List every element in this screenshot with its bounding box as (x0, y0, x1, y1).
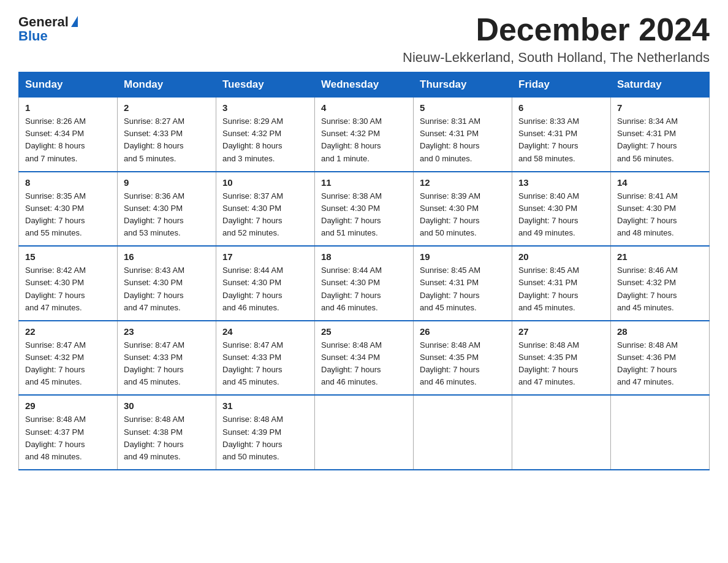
day-number: 9 (124, 177, 211, 188)
day-info: Sunrise: 8:39 AMSunset: 4:30 PMDaylight:… (420, 190, 507, 240)
calendar-week-row: 8Sunrise: 8:35 AMSunset: 4:30 PMDaylight… (19, 172, 710, 247)
calendar-day-cell: 18Sunrise: 8:44 AMSunset: 4:30 PMDayligh… (315, 246, 414, 321)
day-info: Sunrise: 8:48 AMSunset: 4:37 PMDaylight:… (25, 413, 112, 463)
col-header-tuesday: Tuesday (216, 72, 315, 98)
calendar-day-cell: 5Sunrise: 8:31 AMSunset: 4:31 PMDaylight… (414, 98, 512, 172)
calendar-day-cell (414, 395, 512, 470)
calendar-day-cell: 13Sunrise: 8:40 AMSunset: 4:30 PMDayligh… (512, 172, 611, 247)
day-info: Sunrise: 8:46 AMSunset: 4:32 PMDaylight:… (617, 264, 704, 314)
day-number: 30 (124, 400, 211, 411)
calendar-day-cell: 27Sunrise: 8:48 AMSunset: 4:35 PMDayligh… (512, 321, 611, 396)
calendar-day-cell (512, 395, 611, 470)
day-number: 25 (321, 326, 408, 337)
calendar-day-cell: 1Sunrise: 8:26 AMSunset: 4:34 PMDaylight… (19, 98, 118, 172)
calendar-table: SundayMondayTuesdayWednesdayThursdayFrid… (18, 72, 710, 470)
calendar-week-row: 22Sunrise: 8:47 AMSunset: 4:32 PMDayligh… (19, 321, 710, 396)
calendar-day-cell: 8Sunrise: 8:35 AMSunset: 4:30 PMDaylight… (19, 172, 118, 247)
col-header-saturday: Saturday (611, 72, 710, 98)
calendar-day-cell: 14Sunrise: 8:41 AMSunset: 4:30 PMDayligh… (611, 172, 710, 247)
day-number: 7 (617, 102, 704, 113)
calendar-week-row: 29Sunrise: 8:48 AMSunset: 4:37 PMDayligh… (19, 395, 710, 470)
day-number: 24 (222, 326, 309, 337)
calendar-header-row: SundayMondayTuesdayWednesdayThursdayFrid… (19, 72, 710, 98)
day-number: 13 (518, 177, 605, 188)
calendar-day-cell: 16Sunrise: 8:43 AMSunset: 4:30 PMDayligh… (118, 246, 216, 321)
logo-text-blue: Blue (18, 28, 48, 44)
calendar-day-cell: 26Sunrise: 8:48 AMSunset: 4:35 PMDayligh… (414, 321, 512, 396)
calendar-day-cell: 22Sunrise: 8:47 AMSunset: 4:32 PMDayligh… (19, 321, 118, 396)
calendar-day-cell: 29Sunrise: 8:48 AMSunset: 4:37 PMDayligh… (19, 395, 118, 470)
day-info: Sunrise: 8:47 AMSunset: 4:33 PMDaylight:… (222, 339, 309, 389)
day-number: 14 (617, 177, 704, 188)
calendar-day-cell: 3Sunrise: 8:29 AMSunset: 4:32 PMDaylight… (216, 98, 315, 172)
day-info: Sunrise: 8:45 AMSunset: 4:31 PMDaylight:… (518, 264, 605, 314)
day-info: Sunrise: 8:38 AMSunset: 4:30 PMDaylight:… (321, 190, 408, 240)
day-number: 19 (420, 251, 507, 262)
calendar-day-cell: 4Sunrise: 8:30 AMSunset: 4:32 PMDaylight… (315, 98, 414, 172)
location-title: Nieuw-Lekkerland, South Holland, The Net… (403, 50, 710, 66)
title-block: December 2024 Nieuw-Lekkerland, South Ho… (403, 12, 710, 66)
day-info: Sunrise: 8:43 AMSunset: 4:30 PMDaylight:… (124, 264, 211, 314)
logo: General Blue (18, 12, 78, 44)
day-info: Sunrise: 8:40 AMSunset: 4:30 PMDaylight:… (518, 190, 605, 240)
day-number: 26 (420, 326, 507, 337)
day-number: 21 (617, 251, 704, 262)
day-info: Sunrise: 8:48 AMSunset: 4:35 PMDaylight:… (420, 339, 507, 389)
day-info: Sunrise: 8:34 AMSunset: 4:31 PMDaylight:… (617, 115, 704, 165)
col-header-sunday: Sunday (19, 72, 118, 98)
calendar-day-cell: 30Sunrise: 8:48 AMSunset: 4:38 PMDayligh… (118, 395, 216, 470)
day-number: 18 (321, 251, 408, 262)
day-number: 2 (124, 102, 211, 113)
calendar-day-cell: 20Sunrise: 8:45 AMSunset: 4:31 PMDayligh… (512, 246, 611, 321)
day-number: 3 (222, 102, 309, 113)
calendar-day-cell: 11Sunrise: 8:38 AMSunset: 4:30 PMDayligh… (315, 172, 414, 247)
calendar-week-row: 15Sunrise: 8:42 AMSunset: 4:30 PMDayligh… (19, 246, 710, 321)
calendar-day-cell: 2Sunrise: 8:27 AMSunset: 4:33 PMDaylight… (118, 98, 216, 172)
day-info: Sunrise: 8:29 AMSunset: 4:32 PMDaylight:… (222, 115, 309, 165)
col-header-wednesday: Wednesday (315, 72, 414, 98)
day-number: 8 (25, 177, 112, 188)
calendar-day-cell: 12Sunrise: 8:39 AMSunset: 4:30 PMDayligh… (414, 172, 512, 247)
day-number: 29 (25, 400, 112, 411)
logo-text-general: General (18, 15, 78, 29)
day-number: 5 (420, 102, 507, 113)
day-info: Sunrise: 8:48 AMSunset: 4:36 PMDaylight:… (617, 339, 704, 389)
calendar-day-cell: 28Sunrise: 8:48 AMSunset: 4:36 PMDayligh… (611, 321, 710, 396)
day-number: 27 (518, 326, 605, 337)
day-info: Sunrise: 8:42 AMSunset: 4:30 PMDaylight:… (25, 264, 112, 314)
day-info: Sunrise: 8:26 AMSunset: 4:34 PMDaylight:… (25, 115, 112, 165)
day-info: Sunrise: 8:47 AMSunset: 4:33 PMDaylight:… (124, 339, 211, 389)
calendar-day-cell: 25Sunrise: 8:48 AMSunset: 4:34 PMDayligh… (315, 321, 414, 396)
logo-triangle-icon (71, 16, 78, 27)
calendar-day-cell: 21Sunrise: 8:46 AMSunset: 4:32 PMDayligh… (611, 246, 710, 321)
page-header: General Blue December 2024 Nieuw-Lekkerl… (18, 12, 710, 66)
col-header-thursday: Thursday (414, 72, 512, 98)
day-info: Sunrise: 8:31 AMSunset: 4:31 PMDaylight:… (420, 115, 507, 165)
col-header-monday: Monday (118, 72, 216, 98)
calendar-day-cell: 9Sunrise: 8:36 AMSunset: 4:30 PMDaylight… (118, 172, 216, 247)
day-info: Sunrise: 8:41 AMSunset: 4:30 PMDaylight:… (617, 190, 704, 240)
day-info: Sunrise: 8:27 AMSunset: 4:33 PMDaylight:… (124, 115, 211, 165)
day-info: Sunrise: 8:48 AMSunset: 4:39 PMDaylight:… (222, 413, 309, 463)
day-number: 23 (124, 326, 211, 337)
day-info: Sunrise: 8:47 AMSunset: 4:32 PMDaylight:… (25, 339, 112, 389)
calendar-day-cell: 31Sunrise: 8:48 AMSunset: 4:39 PMDayligh… (216, 395, 315, 470)
calendar-day-cell: 15Sunrise: 8:42 AMSunset: 4:30 PMDayligh… (19, 246, 118, 321)
day-number: 1 (25, 102, 112, 113)
day-number: 6 (518, 102, 605, 113)
day-info: Sunrise: 8:35 AMSunset: 4:30 PMDaylight:… (25, 190, 112, 240)
day-info: Sunrise: 8:48 AMSunset: 4:35 PMDaylight:… (518, 339, 605, 389)
day-number: 28 (617, 326, 704, 337)
day-info: Sunrise: 8:48 AMSunset: 4:34 PMDaylight:… (321, 339, 408, 389)
day-info: Sunrise: 8:37 AMSunset: 4:30 PMDaylight:… (222, 190, 309, 240)
calendar-day-cell (611, 395, 710, 470)
day-info: Sunrise: 8:44 AMSunset: 4:30 PMDaylight:… (222, 264, 309, 314)
day-info: Sunrise: 8:33 AMSunset: 4:31 PMDaylight:… (518, 115, 605, 165)
day-number: 16 (124, 251, 211, 262)
day-info: Sunrise: 8:48 AMSunset: 4:38 PMDaylight:… (124, 413, 211, 463)
day-info: Sunrise: 8:30 AMSunset: 4:32 PMDaylight:… (321, 115, 408, 165)
col-header-friday: Friday (512, 72, 611, 98)
day-number: 12 (420, 177, 507, 188)
logo-icon: General (18, 15, 78, 29)
day-number: 31 (222, 400, 309, 411)
